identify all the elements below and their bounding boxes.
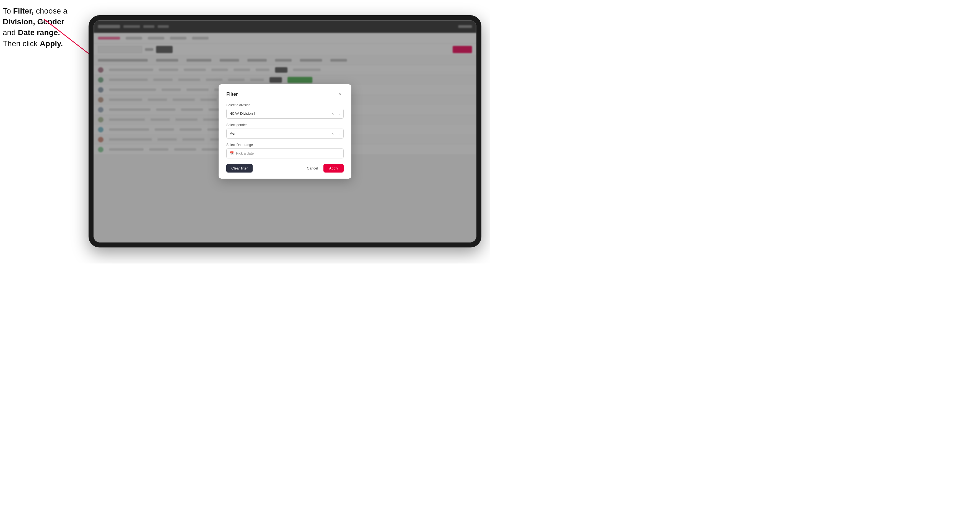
date-label: Select Date range — [226, 143, 344, 147]
gender-clear-icon[interactable]: × — [331, 131, 334, 135]
instruction-bold-division-gender: Division, Gender — [3, 17, 64, 26]
gender-form-group: Select gender Men × ⌄ — [226, 123, 344, 138]
modal-title: Filter — [226, 92, 238, 97]
instruction-bold-date: Date range. — [18, 28, 60, 37]
division-value: NCAA Division I — [229, 111, 331, 116]
gender-select-actions: × ⌄ — [331, 131, 340, 136]
gender-select-divider — [336, 131, 336, 136]
gender-value: Men — [229, 131, 331, 135]
calendar-icon: 📅 — [229, 151, 234, 156]
instruction-bold-filter: Filter, — [13, 6, 34, 15]
modal-footer: Clear filter Cancel Apply — [226, 164, 344, 173]
division-select-actions: × ⌄ — [331, 111, 340, 116]
division-clear-icon[interactable]: × — [331, 111, 334, 116]
cancel-button[interactable]: Cancel — [304, 164, 321, 173]
modal-overlay: Filter × Select a division NCAA Division… — [94, 20, 476, 243]
tablet-screen: Filter × Select a division NCAA Division… — [94, 20, 476, 243]
gender-chevron-icon: ⌄ — [338, 132, 340, 135]
gender-label: Select gender — [226, 123, 344, 127]
footer-right-actions: Cancel Apply — [304, 164, 344, 173]
instruction-bold-apply: Apply. — [40, 39, 63, 48]
filter-modal: Filter × Select a division NCAA Division… — [219, 84, 352, 179]
division-label: Select a division — [226, 103, 344, 107]
division-select[interactable]: NCAA Division I × ⌄ — [226, 109, 344, 119]
modal-header: Filter × — [226, 91, 344, 98]
division-chevron-icon: ⌄ — [338, 112, 340, 115]
apply-button[interactable]: Apply — [323, 164, 344, 173]
gender-select[interactable]: Men × ⌄ — [226, 129, 344, 138]
date-form-group: Select Date range 📅 Pick a date — [226, 143, 344, 159]
date-placeholder: Pick a date — [236, 151, 254, 156]
instruction-text: To Filter, choose a Division, Gender and… — [3, 6, 83, 49]
clear-filter-button[interactable]: Clear filter — [226, 164, 253, 173]
division-select-divider — [336, 111, 336, 116]
close-button[interactable]: × — [337, 91, 344, 98]
tablet-frame: Filter × Select a division NCAA Division… — [89, 15, 481, 248]
division-form-group: Select a division NCAA Division I × ⌄ — [226, 103, 344, 119]
date-input[interactable]: 📅 Pick a date — [226, 148, 344, 159]
